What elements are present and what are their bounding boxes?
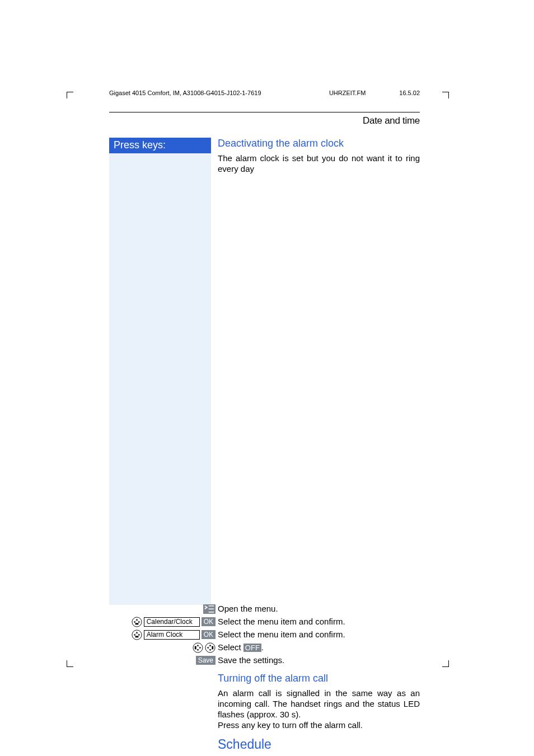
crop-mark-tr (442, 92, 449, 98)
svg-point-0 (132, 617, 142, 627)
press-keys-header: Press keys: (109, 138, 211, 153)
menu-item-calendar-clock: Calendar/Clock (144, 617, 200, 627)
select-confirm-1: Select the menu item and confirm. (218, 617, 420, 627)
file-name: UHRZEIT.FM (329, 90, 366, 96)
section-title: Date and time (363, 115, 420, 126)
menu-icon (203, 604, 216, 614)
row-alarm-clock: Alarm Clock OK Select the menu item and … (109, 630, 420, 640)
svg-rect-5 (195, 646, 196, 649)
doc-id: Gigaset 4015 Comfort, IM, A31008-G4015-J… (109, 90, 296, 96)
svg-point-6 (205, 643, 215, 652)
menu-item-alarm-clock: Alarm Clock (144, 630, 200, 640)
ok-button: OK (202, 630, 216, 639)
turning-off-body: An alarm call is signalled in the same w… (218, 688, 420, 731)
select-off-text: Select OFF. (218, 642, 420, 653)
save-text: Save the settings. (218, 655, 420, 666)
svg-point-4 (193, 643, 203, 652)
row-select-off: Select OFF. (109, 642, 420, 653)
doc-date: 16.5.02 (399, 90, 420, 96)
svg-rect-7 (212, 646, 213, 649)
ok-button: OK (202, 617, 216, 626)
heading-turning-off: Turning off the alarm call (218, 673, 420, 684)
page-header: Gigaset 4015 Comfort, IM, A31008-G4015-J… (109, 90, 420, 96)
row-calendar-clock-1: Calendar/Clock OK Select the menu item a… (109, 617, 420, 627)
crop-mark-br (442, 660, 449, 667)
crop-mark-bl (67, 660, 73, 667)
heading-schedule: Schedule (218, 737, 420, 752)
deactivating-intro: The alarm clock is set but you do not wa… (218, 153, 420, 174)
open-menu-text-1: Open the menu. (218, 604, 420, 614)
crop-mark-tl (67, 92, 73, 98)
page-content: Gigaset 4015 Comfort, IM, A31008-G4015-J… (109, 90, 420, 756)
row-open-menu-1: Open the menu. (109, 604, 420, 614)
press-keys-panel: Press keys: (109, 138, 211, 605)
save-button: Save (196, 656, 216, 665)
nav-down-icon (132, 630, 142, 640)
nav-right-icon (205, 642, 216, 653)
off-label: OFF (243, 644, 261, 652)
svg-rect-3 (135, 636, 138, 637)
select-confirm-2: Select the menu item and confirm. (218, 630, 420, 640)
heading-deactivating: Deactivating the alarm clock (218, 138, 420, 149)
section-title-row: Date and time (109, 112, 420, 134)
svg-point-2 (132, 630, 142, 640)
row-save: Save Save the settings. (109, 655, 420, 666)
svg-rect-1 (135, 623, 138, 624)
nav-left-icon (193, 642, 203, 653)
nav-down-icon (132, 617, 142, 627)
